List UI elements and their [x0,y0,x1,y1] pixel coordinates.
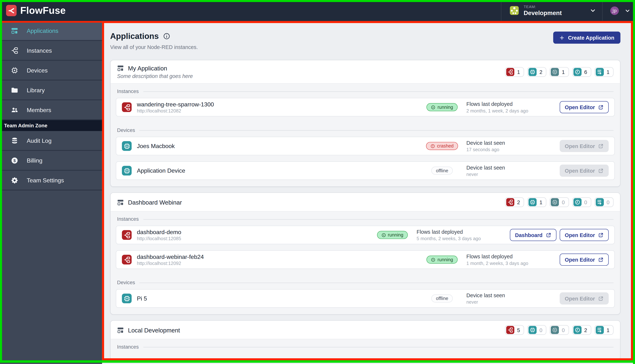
badge-instances-count[interactable]: 2 [505,198,524,207]
sidebar-item-label: Members [27,106,51,113]
badge-count: 5 [517,327,520,333]
badge-count: 0 [562,327,565,333]
instance-url[interactable]: http://localhost:12092 [137,261,418,266]
badge-device-groups-count[interactable]: 1 [550,67,569,77]
status-badge: crashed [426,142,458,150]
sidebar-item-team-settings[interactable]: Team Settings [0,170,102,190]
instance-name: dashboard-demo [137,229,368,236]
section-divider [139,130,613,130]
meta-value: never [466,172,559,177]
badge-devices-count[interactable]: 0 [527,325,546,335]
open-editor-button[interactable]: Open Editor [559,229,609,241]
sidebar: Applications Instances Devices Library M… [0,21,102,364]
instance-url[interactable]: http://localhost:12085 [137,236,368,241]
section-label: Instances [116,212,615,226]
meta-value: 1 month, 2 weeks, 3 days ago [466,261,559,266]
application-description: Some description that goes here [117,73,193,79]
application-card: My ApplicationSome description that goes… [110,60,620,187]
badge-snapshots-count[interactable]: 6 [572,67,591,77]
play-circle-icon [431,105,436,109]
device-row[interactable]: Joes MacbookcrashedDevice last seen17 se… [116,137,615,155]
instance-row[interactable]: dashboard-demohttp://localhost:12085runn… [116,226,615,244]
badge-pipelines-count[interactable]: 1 [594,325,613,335]
sidebar-item-devices[interactable]: Devices [0,61,102,80]
instance-row[interactable]: dashboard-webinar-feb24http://localhost:… [116,250,615,269]
device-icon [122,294,132,303]
sidebar-item-label: Audit Log [27,137,52,144]
badge-count: 1 [606,327,609,333]
node-red-icon [506,68,514,76]
section-label-text: Devices [117,127,135,133]
sidebar-item-audit-log[interactable]: Audit Log [0,131,102,151]
badge-device-groups-count[interactable]: 0 [550,198,569,207]
badge-devices-count[interactable]: 2 [527,67,546,77]
team-selector[interactable]: TEAM: Development [501,0,602,21]
sidebar-item-instances[interactable]: Instances [0,41,102,61]
instance-row[interactable]: wandering-tree-sparrow-1300http://localh… [116,98,615,116]
sidebar-item-applications[interactable]: Applications [0,21,102,41]
application-card-header[interactable]: Dashboard Webinar21000 [111,193,620,211]
application-icon [117,65,124,72]
badge-count: 1 [517,69,520,75]
badge-pipelines-count[interactable]: 1 [594,67,613,77]
page-title: Applications [110,32,159,41]
sidebar-item-label: Applications [27,27,58,34]
open-editor-button[interactable]: Open Editor [559,254,609,266]
button-label: Open Editor [565,143,595,149]
badge-snapshots-count[interactable]: 0 [572,198,591,207]
application-name: Dashboard Webinar [128,199,182,206]
sidebar-item-label: Library [27,87,45,93]
badge-devices-count[interactable]: 1 [527,198,546,207]
device-row[interactable]: Application DeviceofflineDevice last see… [116,161,615,180]
top-navbar: FlowFuse TEAM: Development jp [0,0,635,21]
meta-title: Flows last deployed [416,229,510,235]
section-label: Devices [116,122,615,137]
meta-value: 17 seconds ago [466,147,559,152]
instance-url[interactable]: http://localhost:12082 [137,108,418,113]
create-application-button[interactable]: Create Application [553,32,620,44]
info-icon[interactable] [163,33,170,40]
section-label-text: Devices [117,280,135,286]
sidebar-item-billing[interactable]: $ Billing [0,151,102,170]
sidebar-item-label: Team Settings [27,177,64,183]
flowfuse-app: FlowFuse TEAM: Development jp [0,0,635,364]
node-red-icon [122,102,132,112]
status-text: running [438,257,453,262]
application-name: Local Development [128,326,180,333]
node-red-icon [122,255,132,264]
open-editor-button[interactable]: Open Editor [559,101,609,113]
external-link-icon [598,104,603,110]
application-card-body: Instances [111,339,620,360]
section-label-text: Instances [117,216,139,222]
device-icon [122,166,132,176]
billing-icon: $ [11,157,18,164]
badge-count: 0 [584,199,587,205]
sidebar-item-members[interactable]: Members [0,100,102,120]
application-count-badges: 50021 [505,325,613,335]
flowfuse-logo-text: FlowFuse [20,5,66,16]
flowfuse-logo[interactable]: FlowFuse [0,5,66,16]
badge-pipelines-count[interactable]: 0 [594,198,613,207]
dashboard-button[interactable]: Dashboard [510,229,556,241]
badge-count: 0 [539,327,542,333]
application-card-header[interactable]: My ApplicationSome description that goes… [111,60,620,84]
badge-instances-count[interactable]: 5 [505,325,524,335]
badge-snapshots-count[interactable]: 2 [572,325,591,335]
sidebar-item-library[interactable]: Library [0,80,102,100]
device-row[interactable]: Pi 5offlineDevice last seenneverOpen Edi… [116,289,615,308]
sidebar-item-label: Billing [27,157,42,164]
device-icon [528,68,537,76]
badge-count: 2 [584,327,587,333]
button-label: Open Editor [565,232,595,238]
status-badge: offline [432,166,453,175]
page-subtitle: View all of your Node-RED instances. [110,44,198,50]
status-badge: offline [432,294,453,302]
badge-instances-count[interactable]: 1 [505,67,524,77]
user-menu[interactable]: jp [602,0,635,21]
page-header: Applications View all of your Node-RED i… [110,32,620,50]
meta-value: 5 months, 2 weeks, 3 days ago [416,236,510,241]
application-card-header[interactable]: Local Development50021 [111,321,620,339]
devices-icon [11,66,18,74]
open-editor-button: Open Editor [559,164,609,177]
badge-device-groups-count[interactable]: 0 [550,325,569,335]
